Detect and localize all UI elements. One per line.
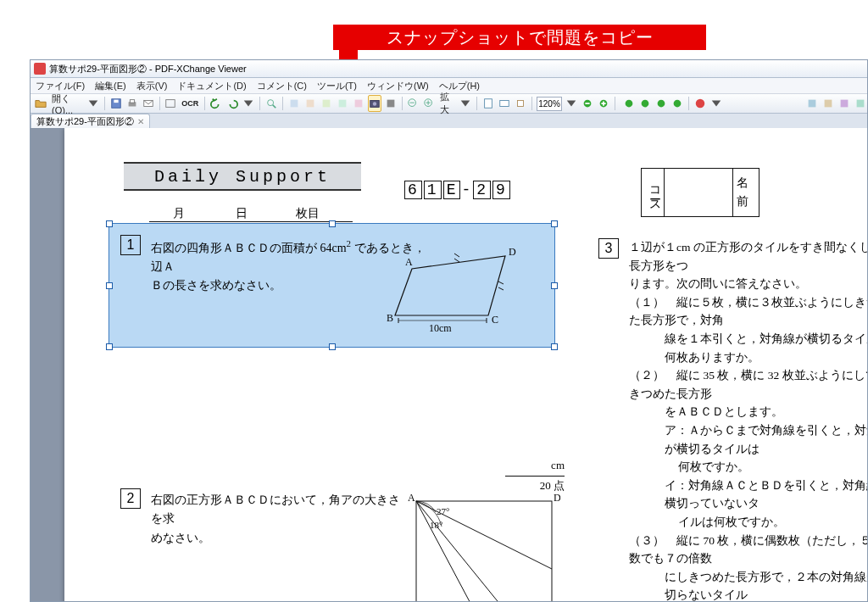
menu-file[interactable]: ファイル(F) — [36, 80, 85, 92]
tool-icon[interactable] — [287, 95, 301, 112]
nav-icon[interactable] — [638, 95, 652, 112]
svg-rect-29 — [857, 100, 865, 108]
menu-document[interactable]: ドキュメント(D) — [177, 80, 246, 92]
separator — [531, 97, 532, 110]
figure-quadrilateral: A B C D 10cm — [387, 243, 539, 337]
dropdown-icon[interactable] — [459, 95, 472, 112]
menu-view[interactable]: 表示(V) — [136, 80, 168, 92]
search-icon[interactable] — [264, 95, 278, 112]
svg-text:18°: 18° — [430, 520, 442, 530]
mail-icon[interactable] — [142, 95, 155, 112]
fit-page-icon[interactable] — [481, 95, 495, 112]
nav-icon[interactable] — [670, 95, 684, 112]
svg-point-24 — [674, 100, 682, 108]
svg-text:D: D — [554, 493, 560, 504]
page-viewport[interactable]: Daily Support 月 日 枚目 61E-29 コース 名前 — [31, 128, 867, 601]
print-icon[interactable] — [125, 95, 139, 112]
open-label[interactable]: 開く(O)... — [50, 92, 84, 115]
annot-icon[interactable] — [837, 95, 851, 112]
close-tab-icon[interactable]: ✕ — [137, 117, 144, 126]
svg-text:D: D — [509, 246, 516, 258]
svg-text:B: B — [387, 312, 393, 324]
menu-window[interactable]: ウィンドウ(W) — [367, 80, 429, 92]
dropdown-icon[interactable] — [242, 95, 255, 112]
annot-icon[interactable] — [805, 95, 819, 112]
resize-handle[interactable] — [551, 220, 558, 227]
svg-point-23 — [658, 100, 665, 108]
fit-width-icon[interactable] — [498, 95, 511, 112]
separator — [282, 97, 283, 110]
zoom-minus-icon[interactable] — [581, 95, 594, 112]
svg-rect-10 — [338, 100, 346, 108]
zoom-out-icon[interactable] — [406, 95, 420, 112]
menu-edit[interactable]: 編集(E) — [95, 80, 126, 92]
annotation-callout: スナップショットで問題をコピー — [333, 25, 706, 50]
actual-size-icon[interactable] — [514, 95, 527, 112]
svg-text:A: A — [405, 256, 413, 268]
tool-icon[interactable] — [320, 95, 333, 112]
svg-text:27°: 27° — [437, 506, 449, 516]
resize-handle[interactable] — [106, 220, 113, 227]
app-window: 算数サポ29-平面図形② - PDF-XChange Viewer ファイル(F… — [30, 59, 868, 602]
svg-rect-9 — [322, 100, 330, 108]
resize-handle[interactable] — [106, 282, 113, 289]
titlebar: 算数サポ29-平面図形② - PDF-XChange Viewer — [31, 60, 867, 78]
pdf-page: Daily Support 月 日 枚目 61E-29 コース 名前 — [64, 128, 867, 601]
resize-handle[interactable] — [106, 343, 113, 350]
resize-handle[interactable] — [329, 343, 336, 350]
ocr-label[interactable]: OCR — [180, 99, 200, 108]
doc-code: 61E-29 — [403, 181, 511, 199]
problem-1-number: 1 — [120, 235, 141, 255]
nav-icon[interactable] — [654, 95, 668, 112]
svg-point-25 — [696, 99, 705, 109]
zoom-input[interactable]: 120% — [537, 97, 563, 111]
snapshot-tool-icon[interactable] — [368, 95, 381, 112]
dropdown-icon[interactable] — [709, 95, 723, 112]
undo-icon[interactable] — [209, 95, 223, 112]
problem-3-text: １辺が１cm の正方形のタイルをすき間なくしいて長方形をつ ります。次の問いに答… — [629, 238, 867, 601]
scan-icon[interactable] — [164, 95, 177, 112]
answer-unit: cm 20 点 — [505, 459, 565, 493]
course-name-box: コース 名前 — [641, 168, 760, 217]
menu-comment[interactable]: コメント(C) — [257, 80, 307, 92]
separator — [688, 97, 689, 110]
document-tab[interactable]: 算数サポ29-平面図形② ✕ — [31, 114, 150, 129]
dropdown-icon[interactable] — [86, 95, 100, 112]
separator — [104, 97, 105, 110]
tab-label: 算数サポ29-平面図形② — [36, 115, 134, 128]
zoom-plus-icon[interactable] — [597, 95, 610, 112]
annot-icon[interactable] — [821, 95, 835, 112]
tool-icon[interactable] — [336, 95, 349, 112]
problem-2-number: 2 — [120, 488, 141, 509]
resize-handle[interactable] — [551, 343, 558, 350]
separator — [159, 97, 160, 110]
separator — [615, 97, 615, 110]
tool-icon[interactable] — [352, 95, 365, 112]
svg-point-13 — [372, 102, 376, 105]
svg-text:A: A — [408, 493, 415, 504]
nav-icon[interactable] — [622, 95, 636, 112]
resize-handle[interactable] — [329, 220, 336, 227]
figure-square: A D 27° 18° — [408, 493, 560, 601]
separator — [259, 97, 260, 110]
separator — [476, 97, 477, 110]
dropdown-icon[interactable] — [565, 95, 578, 112]
zoom-in-icon[interactable] — [422, 95, 436, 112]
svg-point-21 — [626, 100, 633, 108]
help-icon[interactable] — [693, 95, 707, 112]
separator — [402, 97, 403, 110]
tool-icon[interactable] — [384, 95, 398, 112]
save-icon[interactable] — [109, 95, 123, 112]
svg-rect-5 — [166, 100, 175, 108]
redo-icon[interactable] — [225, 95, 239, 112]
svg-rect-8 — [306, 100, 314, 108]
tool-icon[interactable] — [303, 95, 317, 112]
svg-text:10cm: 10cm — [429, 322, 452, 334]
menu-tools[interactable]: ツール(T) — [317, 80, 357, 92]
resize-handle[interactable] — [551, 282, 558, 289]
doc-date-line: 月 日 枚目 — [149, 206, 353, 222]
svg-rect-16 — [484, 99, 492, 109]
open-icon[interactable] — [34, 95, 47, 112]
annot-icon[interactable] — [854, 95, 867, 112]
toolbar: 開く(O)... OCR 拡大 120% — [31, 94, 867, 114]
